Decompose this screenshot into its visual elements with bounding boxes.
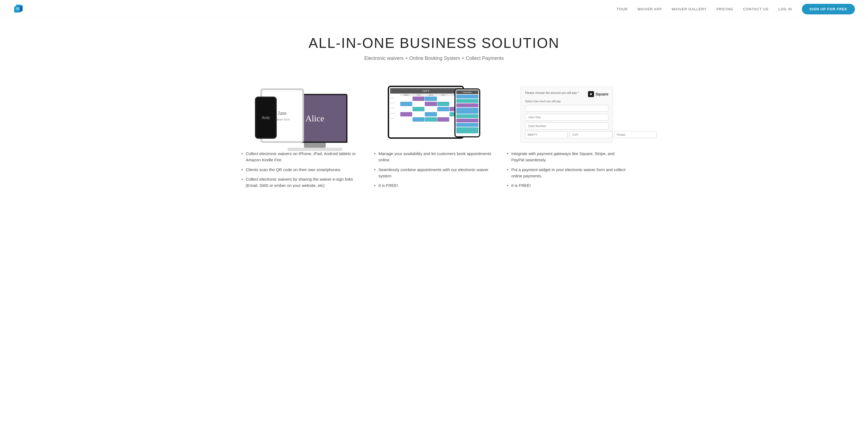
logo-icon [13, 3, 26, 16]
payment-subtitle: Select how much you will pay [525, 100, 609, 103]
cvv-input[interactable] [570, 131, 612, 138]
cal-phone: November [455, 88, 480, 137]
calendar-mock: April ▾ MON TUE WED THU FRI 9am [388, 86, 480, 143]
booking-image: April ▾ MON TUE WED THU FRI 9am [374, 83, 494, 143]
hero-subtitle: Electronic waivers + Online Booking Syst… [11, 56, 857, 61]
payments-text: Integrate with payment gateways like Squ… [507, 150, 627, 188]
nav-links: TOUR WAIVER APP WAIVER GALLERY PRICING C… [617, 4, 855, 14]
booking-text: Manage your availability and let custome… [374, 150, 494, 188]
postal-input[interactable] [614, 131, 657, 138]
payment-header: Please choose the amount you will pay * … [525, 91, 609, 97]
name-input[interactable] [525, 114, 609, 121]
logo[interactable] [13, 3, 26, 16]
square-label: Square [596, 92, 609, 96]
nav-pricing[interactable]: PRICING [716, 7, 733, 11]
payments-column: Please choose the amount you will pay * … [507, 83, 627, 192]
payments-bullet-3: It is FREE! [507, 182, 627, 188]
payment-title: Please choose the amount you will pay * [525, 91, 579, 94]
features-section: Andy Jane waiver form Alice Col [0, 72, 868, 197]
booking-bullet-3: It is FREE! [374, 182, 494, 188]
booking-bullet-1: Manage your availability and let custome… [374, 150, 494, 163]
waiver-bullet-1: Collect electronic waivers on iPhone, iP… [241, 150, 361, 163]
nav-waiver-gallery[interactable]: WAIVER GALLERY [672, 7, 707, 11]
waiver-bullet-3: Collect electronic waivers by sharing th… [241, 176, 361, 189]
card-number-input[interactable] [525, 122, 609, 129]
navbar: TOUR WAIVER APP WAIVER GALLERY PRICING C… [0, 0, 868, 19]
waiver-bullet-2: Clients scan the QR code on their own sm… [241, 166, 361, 173]
booking-bullet-2: Seamlessly combine appointments with our… [374, 166, 494, 179]
nav-waiver-app[interactable]: WAIVER APP [638, 7, 662, 11]
nav-contact-us[interactable]: CONTACT US [743, 7, 769, 11]
square-logo: ■ Square [588, 91, 609, 97]
phone-device: Andy [255, 97, 277, 139]
amount-select[interactable] [525, 105, 609, 112]
devices-mock: Andy Jane waiver form Alice [255, 86, 347, 143]
booking-column: April ▾ MON TUE WED THU FRI 9am [374, 83, 494, 192]
square-logo-icon: ■ [588, 91, 594, 97]
card-details-row [525, 131, 609, 138]
payments-image: Please choose the amount you will pay * … [507, 83, 627, 143]
expiry-input[interactable] [525, 131, 567, 138]
payments-bullet-2: Put a payment widget in your electronic … [507, 166, 627, 179]
hero-section: ALL-IN-ONE BUSINESS SOLUTION Electronic … [0, 19, 868, 72]
nav-tour[interactable]: TOUR [617, 7, 628, 11]
hero-title: ALL-IN-ONE BUSINESS SOLUTION [11, 35, 857, 51]
cal-tablet: April ▾ MON TUE WED THU FRI 9am [388, 86, 464, 139]
waivers-image: Andy Jane waiver form Alice [241, 83, 361, 143]
waivers-column: Andy Jane waiver form Alice Col [241, 83, 361, 192]
payments-bullet-1: Integrate with payment gateways like Squ… [507, 150, 627, 163]
nav-log-in[interactable]: LOG IN [778, 7, 792, 11]
signup-button[interactable]: SIGN UP FOR FREE [802, 4, 855, 14]
payment-widget: Please choose the amount you will pay * … [521, 87, 613, 143]
waivers-text: Collect electronic waivers on iPhone, iP… [241, 150, 361, 188]
